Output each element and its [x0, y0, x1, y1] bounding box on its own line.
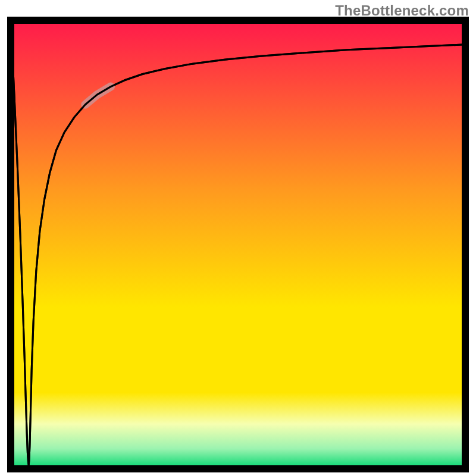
- watermark-label: TheBottleneck.com: [335, 2, 469, 19]
- chart-container: TheBottleneck.com: [0, 0, 476, 476]
- plot-background: [11, 20, 465, 469]
- bottleneck-chart: [0, 0, 476, 476]
